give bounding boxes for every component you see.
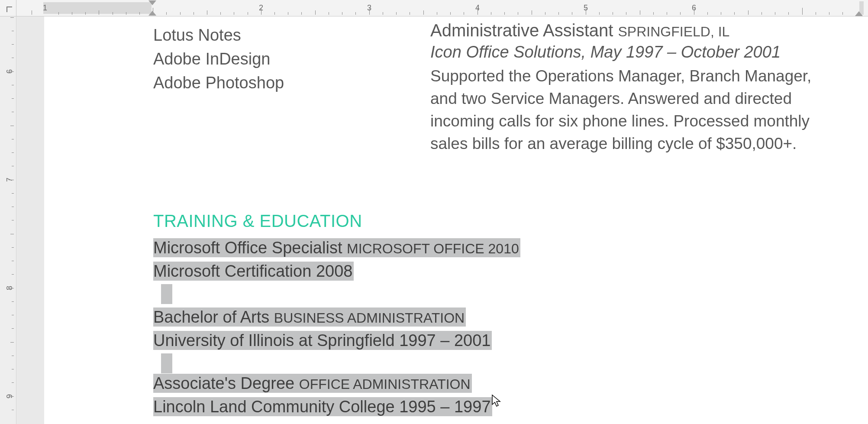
- selected-text[interactable]: Microsoft Certification 2008: [153, 262, 354, 281]
- education-entry[interactable]: Associate's Degree OFFICE ADMINISTRATION…: [153, 372, 492, 418]
- horizontal-ruler-track: 1 2 3 4 5 6: [16, 0, 868, 16]
- education-line[interactable]: Microsoft Office Specialist MICROSOFT OF…: [153, 236, 520, 260]
- edu-detail-caps: MICROSOFT OFFICE 2010: [347, 241, 519, 256]
- skill-item[interactable]: Lotus Notes: [153, 23, 404, 47]
- edu-detail-caps: OFFICE ADMINISTRATION: [299, 376, 471, 392]
- selected-text[interactable]: Microsoft Office Specialist MICROSOFT OF…: [153, 238, 520, 257]
- vertical-ruler[interactable]: 6 7 8 9: [0, 16, 16, 424]
- edu-detail-caps: BUSINESS ADMINISTRATION: [274, 310, 465, 326]
- job-title-text: Administrative Assistant: [430, 21, 613, 40]
- first-line-indent-marker[interactable]: [148, 0, 156, 5]
- horizontal-ruler[interactable]: 1 2 3 4 5 6: [0, 0, 868, 16]
- edu-title: Bachelor of Arts: [153, 308, 274, 326]
- education-entry[interactable]: Microsoft Office Specialist MICROSOFT OF…: [153, 236, 520, 306]
- job-description[interactable]: Supported the Operations Manager, Branch…: [430, 65, 842, 155]
- job-title-line[interactable]: Administrative Assistant SPRINGFIELD, IL: [430, 21, 842, 40]
- education-line[interactable]: University of Illinois at Springfield 19…: [153, 329, 492, 352]
- selected-text[interactable]: Lincoln Land Community College 1995 – 19…: [153, 397, 492, 416]
- selected-blank-line[interactable]: [153, 352, 492, 375]
- app-viewport: 6 7 8 9: [0, 0, 868, 424]
- document-content[interactable]: Lotus Notes Adobe InDesign Adobe Photosh…: [44, 16, 868, 424]
- edu-title: Microsoft Office Specialist: [153, 239, 347, 257]
- hruler-num: 1: [43, 3, 47, 13]
- edu-title: Associate's Degree: [153, 374, 299, 392]
- skill-item[interactable]: Adobe Photoshop: [153, 71, 404, 95]
- education-line[interactable]: Associate's Degree OFFICE ADMINISTRATION: [153, 372, 492, 395]
- right-indent-marker[interactable]: [855, 11, 863, 16]
- education-line[interactable]: Lincoln Land Community College 1995 – 19…: [153, 395, 492, 418]
- hanging-indent-marker[interactable]: [148, 11, 156, 16]
- education-line[interactable]: Bachelor of Arts BUSINESS ADMINISTRATION: [153, 306, 492, 329]
- skill-item[interactable]: Adobe InDesign: [153, 47, 404, 71]
- education-line[interactable]: Microsoft Certification 2008: [153, 260, 520, 282]
- selected-blank-line[interactable]: [153, 282, 520, 306]
- selected-text[interactable]: Associate's Degree OFFICE ADMINISTRATION: [153, 374, 472, 393]
- section-heading-training[interactable]: TRAINING & EDUCATION: [153, 211, 362, 231]
- selected-text[interactable]: Bachelor of Arts BUSINESS ADMINISTRATION: [153, 307, 466, 327]
- education-entry[interactable]: Bachelor of Arts BUSINESS ADMINISTRATION…: [153, 306, 492, 375]
- job-subtitle[interactable]: Icon Office Solutions, May 1997 – Octobe…: [430, 43, 842, 61]
- tab-selector-icon[interactable]: [0, 0, 16, 16]
- job-location: SPRINGFIELD, IL: [618, 24, 730, 39]
- page-gutter: [16, 16, 44, 424]
- skills-column: Lotus Notes Adobe InDesign Adobe Photosh…: [153, 23, 404, 95]
- experience-column: Administrative Assistant SPRINGFIELD, IL…: [430, 21, 842, 155]
- selected-text[interactable]: University of Illinois at Springfield 19…: [153, 331, 492, 350]
- document-page[interactable]: Lotus Notes Adobe InDesign Adobe Photosh…: [44, 16, 868, 424]
